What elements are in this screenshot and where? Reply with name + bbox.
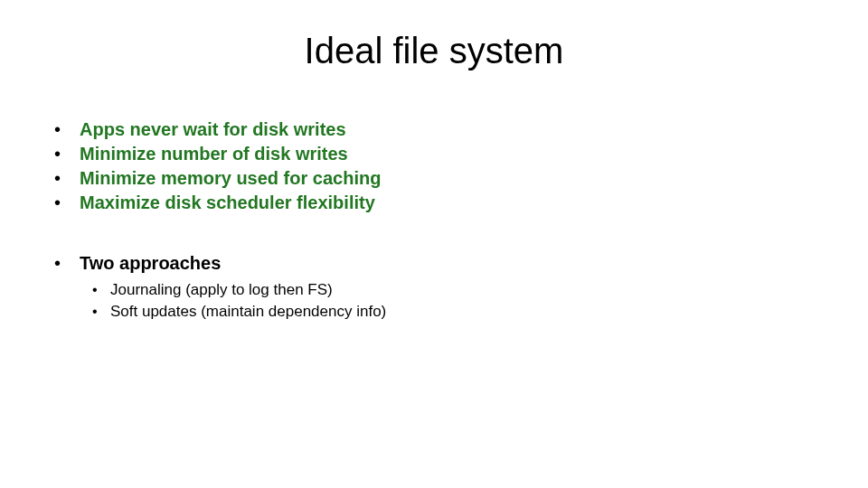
- bullet-item: Maximize disk scheduler flexibility: [45, 191, 787, 215]
- spacer: [45, 215, 787, 251]
- slide-title: Ideal file system: [0, 31, 868, 71]
- bullet-item: Apps never wait for disk writes: [45, 117, 787, 142]
- slide-body: Apps never wait for disk writes Minimize…: [45, 117, 787, 323]
- bullet-list-block1: Apps never wait for disk writes Minimize…: [45, 117, 787, 215]
- bullet-item: Minimize number of disk writes: [45, 142, 787, 166]
- bullet-item: Minimize memory used for caching: [45, 166, 787, 191]
- sub-bullet-list: Journaling (apply to log then FS) Soft u…: [80, 279, 787, 323]
- bullet-item-heading: Two approaches Journaling (apply to log …: [45, 251, 787, 323]
- slide: Ideal file system Apps never wait for di…: [0, 0, 868, 488]
- sub-bullet-item: Soft updates (maintain dependency info): [80, 301, 787, 323]
- heading-text: Two approaches: [80, 253, 221, 273]
- sub-bullet-item: Journaling (apply to log then FS): [80, 279, 787, 301]
- bullet-list-block2: Two approaches Journaling (apply to log …: [45, 251, 787, 323]
